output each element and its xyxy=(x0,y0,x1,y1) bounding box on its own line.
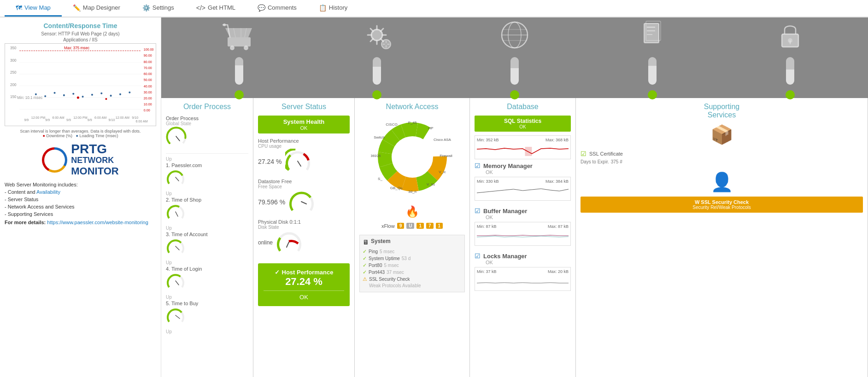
svg-text:CISCO: CISCO xyxy=(386,122,397,127)
svg-line-72 xyxy=(176,246,179,250)
sys-ssl: ⚠ SSL Security Check xyxy=(363,276,462,282)
gauge-2 xyxy=(166,203,185,222)
free-space-label: Free Space xyxy=(258,184,350,189)
check-port443: ✓ xyxy=(363,269,367,275)
svg-text:6:00 AM: 6:00 AM xyxy=(94,116,106,120)
svg-point-25 xyxy=(35,93,37,95)
sparkline-svg-buffer xyxy=(477,229,569,243)
svg-text:70.00: 70.00 xyxy=(144,66,152,70)
svg-point-52 xyxy=(244,46,248,50)
nav-get-html[interactable]: </> Get HTML xyxy=(185,0,246,17)
svg-point-89 xyxy=(392,137,433,177)
check-buffer: ☑ xyxy=(475,207,481,215)
svg-text:Min: 10.1 msec: Min: 10.1 msec xyxy=(17,96,42,100)
svg-point-29 xyxy=(72,93,74,95)
gauge-1 xyxy=(166,168,185,187)
right-area: Order Process Order Process Global State xyxy=(161,17,868,377)
tube-pages xyxy=(648,57,657,85)
locks-max: Max: 20 kB xyxy=(548,269,569,274)
xflow-badge-1: 1 xyxy=(416,223,424,229)
svg-point-53 xyxy=(223,23,226,26)
icon-lock xyxy=(772,17,809,99)
memory-manager-name: Memory Manager xyxy=(483,162,533,169)
locks-manager-name: Locks Manager xyxy=(483,253,527,260)
info-title: Web Server Monitoring includes: xyxy=(5,182,156,187)
system-health-button[interactable]: System Health OK xyxy=(258,116,350,133)
col-network-access: Network Access xyxy=(355,98,470,377)
nav-map-designer[interactable]: ✏️ Map Designer xyxy=(62,0,131,17)
order-gauge-row xyxy=(166,126,248,147)
svg-line-74 xyxy=(176,315,180,319)
svg-rect-63 xyxy=(647,30,655,31)
gauge-disk xyxy=(276,230,302,255)
svg-line-70 xyxy=(176,177,179,181)
check-uptime: ✓ xyxy=(363,255,367,261)
svg-point-27 xyxy=(54,92,56,94)
svg-text:12:00 AM: 12:00 AM xyxy=(116,116,129,120)
up-label-3: Up xyxy=(166,226,248,231)
svg-text:S360/26: S360/26 xyxy=(371,154,381,157)
nav-settings[interactable]: ⚙️ Settings xyxy=(131,0,185,17)
tube-lock xyxy=(786,57,794,85)
metric-datastore: Datastore Free Free Space 79.596 % xyxy=(258,179,350,215)
svg-text:30.00: 30.00 xyxy=(144,91,152,94)
datastore-value: 79.596 % xyxy=(258,198,285,206)
svg-text:250: 250 xyxy=(10,70,17,75)
svg-line-75 xyxy=(298,161,301,166)
datastore-label: Datastore Free xyxy=(258,179,350,184)
gauge-3 xyxy=(166,237,185,256)
sql-stats-label: SQL Statistics xyxy=(478,118,567,124)
tube-globe xyxy=(510,57,519,85)
days-value: 375 # xyxy=(611,159,622,164)
person-icon: 👤 xyxy=(581,171,863,193)
svg-text:9/9: 9/9 xyxy=(88,118,92,122)
ssl-security-button[interactable]: W SSL Security Check Security Rel/Weak P… xyxy=(581,197,863,213)
svg-text:150: 150 xyxy=(10,95,17,99)
svg-line-69 xyxy=(176,136,180,141)
svg-point-33 xyxy=(110,95,112,97)
svg-line-73 xyxy=(176,281,179,285)
chart-area: 350 300 250 200 150 100.00 90.00 80.00 7… xyxy=(5,43,156,126)
system-health-label: System Health xyxy=(263,118,345,125)
icon-globe xyxy=(496,17,533,99)
svg-text:V_ic: V_ic xyxy=(439,170,446,174)
sys-port443: ✓ Port443 37 msec xyxy=(363,269,462,275)
check-port80: ✓ xyxy=(363,262,367,268)
svg-text:HP: HP xyxy=(428,126,433,130)
svg-text:3d_n: 3d_n xyxy=(408,190,416,194)
col-supporting-services: SupportingServices 📦 ☑ SSL Certificate D… xyxy=(576,98,868,377)
ssl-cert-label: SSL Certificate xyxy=(589,151,623,157)
col-server-status: Server Status System Health OK Host Perf… xyxy=(253,98,355,377)
gauge-global xyxy=(166,126,187,147)
disk-value: online xyxy=(258,239,273,246)
mem-min: Min: 330 kB xyxy=(477,179,499,184)
chart-legend: Scan interval is longer than averages. D… xyxy=(5,129,156,138)
svg-text:Firewall: Firewall xyxy=(440,154,452,158)
nav-view-map[interactable]: 🗺 View Map xyxy=(5,0,62,17)
svg-text:40.00: 40.00 xyxy=(144,85,152,88)
svg-text:Switch: Switch xyxy=(374,135,385,139)
host-perf-box[interactable]: ✓ Host Performance 27.24 % OK xyxy=(258,263,350,306)
svg-text:9/10: 9/10 xyxy=(132,116,138,120)
sparkline-svg-sql xyxy=(477,142,569,156)
icon-gear xyxy=(358,17,395,99)
order-sub: Global State xyxy=(166,121,248,126)
svg-text:V_tis: V_tis xyxy=(427,182,435,186)
xflow-badge-1b: 1 xyxy=(436,223,443,229)
sql-stats-button[interactable]: SQL Statistics OK xyxy=(475,116,571,132)
tube-cart xyxy=(235,57,243,85)
server-status-title: Server Status xyxy=(258,103,350,111)
info-link[interactable]: https://www.paessler.com/website-monitor… xyxy=(47,220,148,225)
svg-text:9/9: 9/9 xyxy=(45,118,50,122)
check-ping: ✓ xyxy=(363,249,367,255)
svg-line-76 xyxy=(301,202,306,204)
nav-history[interactable]: 📋 History xyxy=(308,0,358,17)
svg-text:0.00: 0.00 xyxy=(144,109,150,112)
svg-text:Max: 375 msec: Max: 375 msec xyxy=(64,46,89,50)
xflow-badge-7: 7 xyxy=(426,223,434,229)
svg-line-71 xyxy=(176,212,178,216)
order-global-state: Order Process Global State xyxy=(166,116,248,147)
nav-comments[interactable]: 💬 Comments xyxy=(246,0,308,17)
top-navigation: 🗺 View Map ✏️ Map Designer ⚙️ Settings <… xyxy=(0,0,868,17)
svg-text:60.00: 60.00 xyxy=(144,72,152,76)
